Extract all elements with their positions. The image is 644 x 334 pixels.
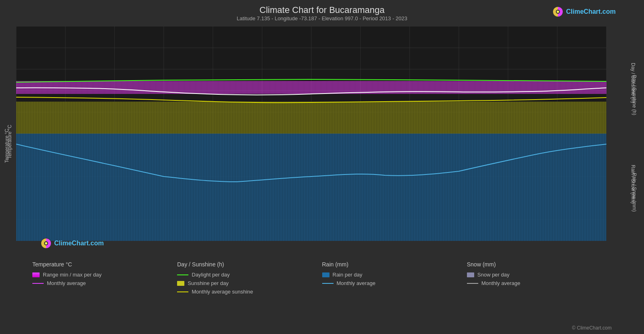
svg-point-71: [45, 242, 47, 245]
climechart-icon-top: [552, 6, 564, 17]
watermark-top-text: ClimeChart.com: [566, 8, 616, 15]
legend-col-sunshine: Day / Sunshine (h) Daylight per day Suns…: [177, 261, 322, 295]
legend-col-snow: Snow (mm) Snow per day Monthly average: [467, 261, 612, 295]
legend-label-temp-avg: Monthly average: [47, 280, 86, 286]
sunshine-swatch: [177, 281, 184, 286]
chart-wrapper: Temperature °C Day / Sunshine (h) Rain /…: [0, 26, 644, 257]
main-chart-svg: 50 40 30 20 10 0 -10 -20 -30 -40 -50 24 …: [16, 26, 606, 241]
legend-title-rain: Rain (mm): [322, 261, 467, 268]
legend-item-snow-day: Snow per day: [467, 272, 612, 278]
legend-item-rain-avg: Monthly average: [322, 280, 467, 286]
watermark-bottom-left: ClimeChart.com: [40, 238, 104, 249]
legend-label-rain-avg: Monthly average: [337, 280, 376, 286]
legend-item-snow-avg: Monthly average: [467, 280, 612, 286]
y-label-right-top-container: Day / Sunshine (h): [629, 43, 637, 123]
temp-range-swatch: [32, 272, 40, 277]
legend-label-sunshine: Sunshine per day: [188, 280, 228, 286]
svg-point-2: [557, 11, 559, 13]
main-container: Climate Chart for Bucaramanga Latitude 7…: [0, 0, 644, 334]
climechart-icon-bottom: [40, 238, 52, 249]
main-title: Climate Chart for Bucaramanga: [0, 5, 644, 15]
snow-avg-line: [467, 283, 478, 284]
legend-title-temperature: Temperature °C: [32, 261, 177, 268]
watermark-top: ClimeChart.com: [552, 6, 616, 17]
legend-col-rain: Rain (mm) Rain per day Monthly average: [322, 261, 467, 295]
y-axis-right-bot-label: Rain / Snow (mm): [630, 165, 636, 204]
legend-title-sunshine: Day / Sunshine (h): [177, 261, 322, 268]
legend-item-rain-day: Rain per day: [322, 272, 467, 278]
y-axis-left-label: Temperature °C: [4, 129, 10, 163]
legend-label-sunshine-avg: Monthly average sunshine: [192, 289, 253, 295]
legend-item-sunshine-avg: Monthly average sunshine: [177, 289, 322, 295]
svg-rect-33: [16, 102, 606, 134]
legend-area: Temperature °C Range min / max per day M…: [0, 257, 644, 299]
legend-label-temp-range: Range min / max per day: [43, 272, 101, 278]
sunshine-avg-line: [177, 291, 188, 292]
subtitle: Latitude 7.135 - Longitude -73.187 - Ele…: [0, 15, 644, 21]
legend-label-snow-avg: Monthly average: [481, 280, 520, 286]
temp-avg-line: [32, 283, 44, 284]
rain-avg-line: [322, 283, 334, 284]
copyright: © ClimeChart.com: [572, 325, 612, 331]
legend-col-temperature: Temperature °C Range min / max per day M…: [32, 261, 177, 295]
y-axis-right-top-label: Day / Sunshine (h): [630, 63, 636, 103]
legend-item-temp-range: Range min / max per day: [32, 272, 177, 278]
y-label-right-bot-container: Rain / Snow (mm): [629, 144, 637, 225]
daylight-line: [177, 274, 188, 275]
title-area: Climate Chart for Bucaramanga Latitude 7…: [0, 0, 644, 23]
legend-label-daylight: Daylight per day: [192, 272, 230, 278]
y-label-left-container: Temperature °C: [3, 47, 11, 245]
legend-label-rain-day: Rain per day: [333, 272, 363, 278]
legend-title-snow: Snow (mm): [467, 261, 612, 268]
watermark-bottom-text: ClimeChart.com: [54, 240, 104, 247]
rain-day-swatch: [322, 272, 329, 277]
legend-label-snow-day: Snow per day: [477, 272, 510, 278]
svg-rect-30: [16, 134, 606, 241]
legend-item-sunshine: Sunshine per day: [177, 280, 322, 286]
snow-day-swatch: [467, 272, 474, 277]
legend-item-temp-avg: Monthly average: [32, 280, 177, 286]
legend-item-daylight: Daylight per day: [177, 272, 322, 278]
